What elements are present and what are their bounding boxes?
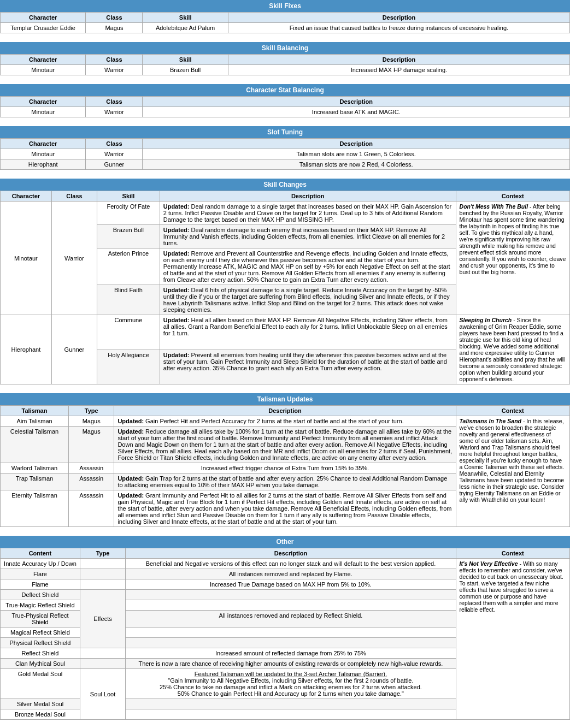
cell-content: Silver Medal Soul: [1, 699, 80, 709]
th-class: Class: [86, 97, 143, 107]
cell-type: Assassin: [69, 463, 114, 474]
cell-description: All instances removed and replaced by Fl…: [126, 569, 456, 579]
cell-description: Increased amount of reflected damage fro…: [126, 648, 456, 659]
cell-description: [126, 600, 456, 611]
cell-description: [126, 709, 456, 720]
cell-content: Flare: [1, 569, 80, 579]
cell-description: Increased base ATK and MAGIC.: [143, 107, 570, 117]
cell-type: [80, 659, 125, 669]
cell-description: Updated: Reduce damage all allies take b…: [114, 427, 456, 463]
table-row: Minotaur Warrior Talisman slots are now …: [1, 149, 570, 159]
table-row: Minotaur Warrior Increased base ATK and …: [1, 107, 570, 117]
cell-character: Minotaur: [1, 65, 86, 75]
cell-description: Updated: Deal 6 hits of physical damage …: [160, 285, 456, 315]
cell-description: Increased True Damage based on MAX HP fr…: [126, 579, 456, 590]
cell-talisman: Eternity Talisman: [1, 490, 69, 527]
th-character: Character: [1, 13, 86, 23]
slot-tuning-table: Character Class Description Minotaur War…: [0, 138, 570, 170]
cell-context: Talismans In The Sand - In this release,…: [456, 416, 569, 527]
skill-changes-header: Skill Changes: [0, 179, 570, 191]
cell-content: True-Physical Reflect Shield: [1, 611, 80, 628]
cell-description: Fixed an issue that caused battles to fr…: [228, 23, 569, 33]
cell-type: [80, 648, 125, 659]
cell-talisman: Warlord Talisman: [1, 463, 69, 474]
cell-skill: Ferocity Of Fate: [97, 202, 160, 225]
th-description: Description: [114, 406, 456, 416]
char-stat-header: Character Stat Balancing: [0, 84, 570, 96]
cell-description: [126, 628, 456, 638]
th-description: Description: [228, 13, 569, 23]
cell-description: [126, 590, 456, 600]
th-description: Description: [143, 97, 570, 107]
cell-type: Assassin: [69, 490, 114, 527]
th-description: Description: [143, 139, 570, 149]
skill-balancing-table: Character Class Skill Description Minota…: [0, 54, 570, 75]
cell-description: Beneficial and Negative versions of this…: [126, 559, 456, 569]
other-section: Other Content Type Description Context I…: [0, 536, 570, 720]
cell-talisman: Celestial Talisman: [1, 427, 69, 463]
talisman-updates-header: Talisman Updates: [0, 393, 570, 405]
cell-content: Flame: [1, 579, 80, 590]
skill-fixes-table: Character Class Skill Description Templa…: [0, 12, 570, 33]
th-context: Context: [456, 548, 569, 559]
cell-class: Warrior: [86, 149, 143, 159]
th-character: Character: [1, 139, 86, 149]
cell-description: Increased effect trigger chance of Extra…: [114, 463, 456, 474]
cell-character: Minotaur: [1, 149, 86, 159]
cell-content: Clan Mythical Soul: [1, 659, 80, 669]
th-talisman: Talisman: [1, 406, 69, 416]
table-row: Innate Accuracy Up / Down Beneficial and…: [1, 559, 570, 569]
th-description: Description: [126, 548, 456, 559]
cell-class: Gunner: [51, 315, 97, 384]
cell-class: Magus: [86, 23, 143, 33]
skill-fixes-header: Skill Fixes: [0, 0, 570, 12]
cell-description: Updated: Prevent all enemies from healin…: [160, 350, 456, 384]
cell-skill: Brazen Bull: [97, 225, 160, 248]
cell-class: Gunner: [86, 159, 143, 170]
th-character: Character: [1, 191, 52, 202]
cell-context: It's Not Very Effective - With so many e…: [456, 559, 569, 720]
table-row: Aim Talisman Magus Updated: Gain Perfect…: [1, 416, 570, 427]
cell-context: Don't Mess With The Bull - After being b…: [456, 202, 569, 315]
cell-skill: Commune: [97, 315, 160, 350]
th-description: Description: [228, 55, 569, 65]
cell-skill: Adolebitque Ad Palum: [143, 23, 228, 33]
th-class: Class: [51, 191, 97, 202]
char-stat-table: Character Class Description Minotaur War…: [0, 96, 570, 117]
cell-class: Warrior: [51, 202, 97, 315]
cell-description: Updated: Remove and Prevent all Counters…: [160, 248, 456, 285]
cell-description: Updated: Deal random damage to a single …: [160, 202, 456, 225]
cell-type: Effects: [80, 590, 125, 648]
th-context: Context: [456, 191, 569, 202]
skill-fixes-section: Skill Fixes Character Class Skill Descri…: [0, 0, 570, 33]
cell-description: Updated: Gain Trap for 2 turns at the st…: [114, 474, 456, 490]
th-class: Class: [86, 55, 143, 65]
cell-content: Magical Reflect Shield: [1, 628, 80, 638]
cell-talisman: Trap Talisman: [1, 474, 69, 490]
cell-class: Warrior: [86, 65, 143, 75]
th-skill: Skill: [97, 191, 160, 202]
cell-talisman: Aim Talisman: [1, 416, 69, 427]
cell-content: Innate Accuracy Up / Down: [1, 559, 80, 569]
table-row: Minotaur Warrior Brazen Bull Increased M…: [1, 65, 570, 75]
talisman-updates-table: Talisman Type Description Context Aim Ta…: [0, 405, 570, 527]
cell-content: Deflect Shield: [1, 590, 80, 600]
cell-skill: Blind Faith: [97, 285, 160, 315]
cell-type: Magus: [69, 427, 114, 463]
cell-skill: Brazen Bull: [143, 65, 228, 75]
other-header: Other: [0, 536, 570, 548]
cell-type: Soul Loot: [80, 669, 125, 720]
skill-changes-table: Character Class Skill Description Contex…: [0, 191, 570, 384]
cell-type: Assassin: [69, 474, 114, 490]
cell-description: Increased MAX HP damage scaling.: [228, 65, 569, 75]
cell-description: Talisman slots are now 1 Green, 5 Colorl…: [143, 149, 570, 159]
cell-type: [80, 559, 125, 569]
cell-type: [80, 579, 125, 590]
table-row: Minotaur Warrior Ferocity Of Fate Update…: [1, 202, 570, 225]
cell-description: Featured Talisman will be updated to the…: [126, 669, 456, 699]
skill-balancing-header: Skill Balancing: [0, 42, 570, 54]
skill-balancing-section: Skill Balancing Character Class Skill De…: [0, 42, 570, 75]
cell-context: Sleeping In Church - Since the awakening…: [456, 315, 569, 384]
th-class: Class: [86, 13, 143, 23]
cell-character: Hierophant: [1, 315, 52, 384]
